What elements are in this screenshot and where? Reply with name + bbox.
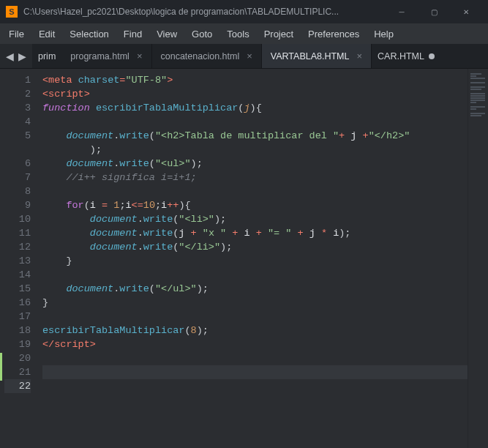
line-number[interactable]: 20	[4, 351, 31, 365]
line-number[interactable]: 22	[4, 379, 31, 393]
line-number[interactable]: 9	[4, 198, 31, 212]
line-number[interactable]: 10	[4, 212, 31, 226]
menu-goto[interactable]: Goto	[186, 26, 218, 42]
menu-find[interactable]: Find	[118, 26, 148, 42]
line-number[interactable]: 2	[4, 87, 31, 101]
line-number[interactable]: 6	[4, 157, 31, 171]
menu-help[interactable]: Help	[368, 26, 399, 42]
minimap-line	[470, 75, 476, 77]
line-number[interactable]: 13	[4, 254, 31, 268]
line-number[interactable]: 4	[4, 115, 31, 129]
tab-concatenacion-html[interactable]: concatenacion.html×	[152, 44, 262, 68]
tab-label: concatenacion.html	[161, 51, 240, 61]
modified-marker	[0, 353, 2, 381]
titlebar: S C:\Users\Hazel_pc2021\Desktop\logica d…	[0, 0, 488, 23]
menubar: FileEditSelectionFindViewGotoToolsProjec…	[0, 23, 488, 44]
tab-overflow-right-label: CAR.HTML	[378, 51, 424, 61]
menu-tools[interactable]: Tools	[221, 26, 255, 42]
dirty-indicator-icon	[429, 53, 435, 59]
line-number[interactable]: 19	[4, 337, 31, 351]
code-line[interactable]: <script>	[42, 87, 468, 101]
tab-close-icon[interactable]: ×	[247, 51, 252, 61]
line-number[interactable]: 15	[4, 282, 31, 296]
code-line[interactable]: for(i = 1;i<=10;i++){	[42, 198, 468, 212]
code-line[interactable]: }	[42, 254, 468, 268]
line-number[interactable]: 1	[4, 73, 31, 87]
code-line[interactable]: document.write("<ul>");	[42, 157, 468, 171]
line-number[interactable]: 18	[4, 324, 31, 337]
tabbar: ◀ ▶ prim programa.html×concatenacion.htm…	[0, 44, 488, 69]
minimap-line	[470, 102, 476, 103]
menu-selection[interactable]: Selection	[64, 26, 114, 42]
menu-file[interactable]: File	[3, 26, 30, 42]
code-line[interactable]: }	[42, 296, 468, 310]
code-line[interactable]: function escribirTablaMultiplicar(j){	[42, 101, 468, 115]
tab-prev-icon[interactable]: ◀	[6, 51, 14, 62]
line-number[interactable]: 16	[4, 296, 31, 310]
line-number[interactable]: 12	[4, 240, 31, 254]
code-line[interactable]	[42, 365, 468, 379]
vertical-scrollbar[interactable]	[478, 0, 488, 448]
tab-vartabla8-html[interactable]: VARTABLA8.HTML×	[262, 44, 372, 68]
code-line[interactable]	[42, 310, 468, 324]
line-number[interactable]: 5	[4, 129, 31, 143]
maximize-button[interactable]: ▢	[418, 0, 450, 23]
app-icon: S	[6, 6, 18, 18]
tab-overflow-left[interactable]: prim	[32, 44, 61, 68]
line-number[interactable]: 7	[4, 171, 31, 184]
tab-nav[interactable]: ◀ ▶	[0, 44, 32, 68]
code-line[interactable]: document.write(j + "x " + i + "= " + j *…	[42, 226, 468, 240]
minimize-button[interactable]: ─	[386, 0, 418, 23]
menu-edit[interactable]: Edit	[33, 26, 61, 42]
code-line[interactable]: </script>	[42, 337, 468, 351]
tab-overflow-right[interactable]: CAR.HTML	[372, 44, 440, 68]
code-line[interactable]: document.write("</li>");	[42, 240, 468, 254]
code-line[interactable]: escribirTablaMultiplicar(8);	[42, 324, 468, 337]
code-line[interactable]	[42, 143, 468, 157]
window-title: C:\Users\Hazel_pc2021\Desktop\logica de …	[23, 7, 386, 17]
tab-programa-html[interactable]: programa.html×	[61, 44, 151, 68]
code-line[interactable]: //i++ significa i=i+1;	[42, 171, 468, 184]
line-number[interactable]: 14	[4, 268, 31, 282]
code-line[interactable]	[42, 351, 468, 365]
menu-view[interactable]: View	[151, 26, 183, 42]
code-line[interactable]	[42, 115, 468, 129]
minimap-line	[470, 108, 476, 110]
line-number[interactable]: 3	[4, 101, 31, 115]
editor: 12345678910111213141516171819202122 <met…	[0, 69, 488, 448]
code-line[interactable]: document.write("<h2>Tabla de multiplicar…	[42, 129, 468, 143]
code-line[interactable]	[42, 268, 468, 282]
code-area[interactable]: <meta charset="UTF-8"><script>function e…	[38, 69, 468, 448]
window-controls: ─ ▢ ✕	[386, 0, 482, 23]
line-number[interactable]: 8	[4, 184, 31, 198]
tab-close-icon[interactable]: ×	[356, 51, 362, 61]
tab-close-icon[interactable]: ×	[137, 51, 143, 61]
tab-label: VARTABLA8.HTML	[271, 51, 350, 61]
tab-label: programa.html	[70, 51, 129, 61]
gutter: 12345678910111213141516171819202122	[0, 69, 38, 448]
code-line[interactable]: document.write("<li>");	[42, 212, 468, 226]
code-line[interactable]: document.write("</ul>");	[42, 282, 468, 296]
tab-next-icon[interactable]: ▶	[18, 51, 26, 62]
menu-preferences[interactable]: Preferences	[302, 26, 365, 42]
code-line[interactable]: <meta charset="UTF-8">	[42, 73, 468, 87]
line-number[interactable]: 11	[4, 226, 31, 240]
line-number[interactable]: 17	[4, 310, 31, 324]
code-line[interactable]	[42, 184, 468, 198]
menu-project[interactable]: Project	[258, 26, 299, 42]
line-number[interactable]: 21	[4, 365, 31, 379]
